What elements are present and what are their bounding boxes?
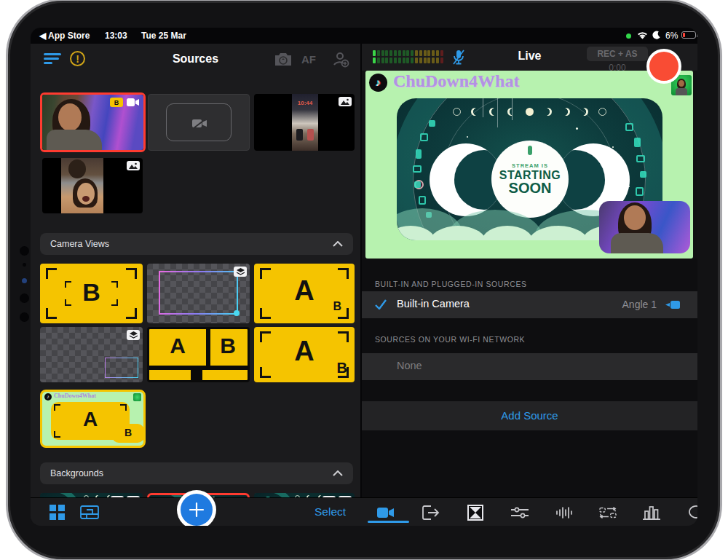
glyph — [640, 171, 646, 178]
bracket — [260, 308, 271, 319]
section-backgrounds[interactable]: Backgrounds — [40, 462, 353, 484]
battery-icon — [681, 31, 696, 39]
sources-panel: ! Sources AF B — [31, 44, 360, 497]
view-overlay-selected[interactable]: ♪ ChuDown4What A B — [40, 390, 146, 448]
add-button[interactable] — [177, 490, 216, 526]
glyph — [416, 149, 422, 159]
backgrounds-label: Backgrounds — [50, 468, 103, 478]
wifi-none-row: None — [362, 353, 697, 380]
view-corner-overlay[interactable] — [40, 327, 143, 382]
wifi-icon — [637, 31, 648, 40]
glyph — [414, 181, 421, 188]
lantern — [528, 146, 532, 155]
af-toggle[interactable]: AF — [301, 53, 316, 66]
video-camera-icon[interactable] — [377, 504, 395, 521]
multiview-grid-icon[interactable] — [50, 505, 65, 520]
sliders-icon[interactable] — [511, 504, 529, 521]
tiktok-icon: ♪ — [369, 74, 387, 92]
view-letter: A — [149, 334, 206, 358]
view-frame-overlay[interactable] — [147, 264, 250, 323]
glyph — [419, 196, 426, 205]
view-subletter: B — [337, 360, 347, 376]
chevron-up-icon — [333, 241, 343, 247]
ipad-mockup: ◀ App Store 13:03 Tue 25 Mar 6% — [0, 0, 728, 560]
layout-icon[interactable] — [80, 505, 99, 519]
glyph — [429, 120, 435, 127]
view-letter: B — [40, 278, 143, 307]
status-time: 13:03 — [105, 31, 127, 41]
builtin-camera-label: Built-in Camera — [397, 298, 470, 309]
hanging-line — [497, 98, 498, 127]
image-badge-icon — [127, 161, 140, 170]
source-thumb-empty[interactable] — [148, 94, 250, 151]
flip-camera-icon[interactable] — [274, 52, 293, 66]
neon-frame — [159, 271, 238, 315]
starting-soon-circle: STREAM IS STARTING SOON — [491, 141, 569, 218]
program-preview[interactable]: ♪ ChuDown4What — [365, 71, 693, 259]
neon-dot — [234, 310, 240, 316]
phone-screenshot: 10:44 — [292, 94, 318, 151]
stats-icon[interactable] — [643, 504, 660, 521]
source-thumb-videocall[interactable] — [42, 158, 143, 213]
glyph — [636, 155, 645, 162]
audio-icon[interactable] — [555, 504, 573, 521]
bezel-sensor-dot — [23, 263, 26, 267]
green-dot-icon — [626, 33, 631, 39]
star — [612, 146, 614, 148]
moon-phase-row — [397, 105, 662, 118]
soon-text: SOON — [491, 180, 569, 197]
output-icon[interactable] — [422, 504, 440, 521]
none-label: None — [397, 360, 422, 371]
video-camera-badge-icon — [127, 98, 140, 107]
add-guest-icon[interactable] — [332, 51, 349, 68]
rec-as-button[interactable]: REC + AS — [587, 47, 648, 61]
live-panel: Live REC + AS 0:00 ♪ ChuDown4What — [362, 44, 697, 497]
chevron-up-icon — [333, 470, 343, 476]
bracket — [46, 308, 57, 319]
battery-percent: 6% — [665, 31, 678, 41]
overlay-b-pill: B — [112, 424, 144, 443]
moon-icon — [652, 31, 661, 40]
builtin-sources-header: BUILT-IN AND PLUGGED-IN SOURCES — [375, 280, 527, 288]
add-source-row[interactable]: Add Source — [362, 401, 697, 430]
loop-icon[interactable] — [599, 504, 617, 521]
tiktok-icon: ♪ — [44, 393, 52, 401]
plus-icon — [189, 502, 205, 518]
camera-feed-pip[interactable] — [599, 201, 690, 253]
screenshot-time: 10:44 — [292, 100, 318, 106]
bezel-camera-dot-3 — [20, 312, 29, 322]
split-gap — [191, 369, 202, 380]
camera-views-label: Camera Views — [50, 239, 109, 249]
view-subletter: B — [208, 334, 248, 358]
record-button[interactable] — [646, 49, 681, 84]
layers-badge-icon — [127, 330, 140, 340]
status-date: Tue 25 Mar — [141, 31, 186, 41]
back-to-app[interactable]: ◀ App Store — [39, 31, 90, 41]
view-subletter: B — [333, 300, 341, 313]
select-button[interactable]: Select — [314, 505, 346, 518]
stream-is-text: STREAM IS — [491, 162, 569, 169]
bracket — [260, 367, 271, 378]
view-a-b-corner[interactable]: A B — [254, 327, 355, 382]
checkmark-icon — [375, 299, 387, 309]
active-tab-underline — [368, 521, 409, 523]
source-thumb-screenshot[interactable]: 10:44 — [254, 94, 355, 151]
star — [576, 127, 578, 130]
camera-off-icon — [192, 118, 208, 129]
bottom-toolbar: Select — [31, 497, 697, 526]
add-source-button[interactable]: Add Source — [362, 409, 697, 422]
glyph — [636, 187, 644, 196]
transition-icon[interactable] — [467, 504, 484, 521]
glyph — [420, 133, 428, 141]
bracket — [126, 308, 137, 319]
view-a-with-b[interactable]: A B — [254, 264, 355, 323]
view-split-ab[interactable]: A B — [147, 327, 250, 382]
builtin-camera-row[interactable]: Built-in Camera Angle 1 — [362, 291, 697, 318]
stream-username: ChuDown4What — [393, 71, 519, 91]
hanging-line — [512, 98, 513, 120]
section-camera-views[interactable]: Camera Views — [40, 233, 353, 255]
bracket — [126, 268, 137, 279]
view-b[interactable]: B — [40, 264, 143, 323]
source-thumb-camera[interactable]: B — [40, 92, 146, 152]
chat-icon[interactable] — [687, 504, 697, 521]
